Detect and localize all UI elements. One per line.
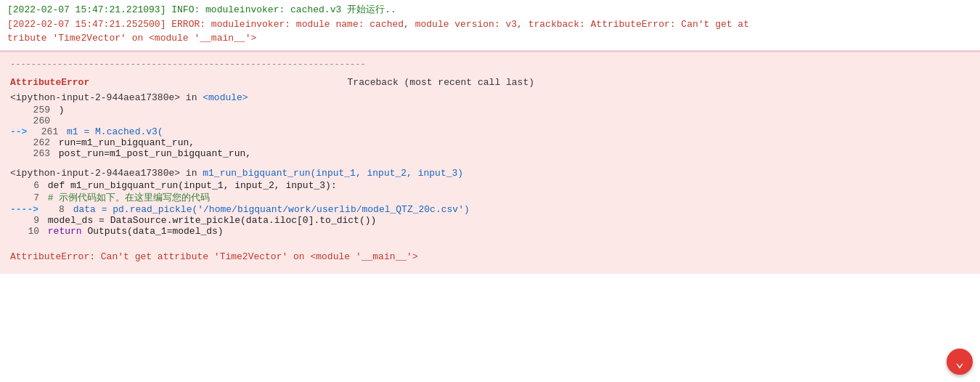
cell-ref-2-row: <ipython-input-2-944aea17380e> in m1_run… (10, 168, 970, 179)
chevron-down-icon: ⌄ (955, 353, 964, 371)
code-line-262: 262 run=m1_run_bigquant_run, (10, 137, 970, 148)
info-log-line: [2022-02-07 15:47:21.221093] INFO: modul… (7, 3, 973, 17)
code-line-10: 10 return Outputs(data_1=model_ds) (10, 226, 970, 237)
code-block-2: 6 def m1_run_bigquant_run(input_1, input… (10, 180, 970, 237)
error-log-line-1: [2022-02-07 15:47:21.252500] ERROR: modu… (7, 17, 973, 32)
code-block-1: 259 ) 260 --> 261 m1 = M.cached.v3( 262 … (10, 105, 970, 159)
scroll-bottom-button[interactable]: ⌄ (947, 349, 973, 375)
in-label-1: in (180, 92, 203, 103)
code-line-6: 6 def m1_run_bigquant_run(input_1, input… (10, 180, 970, 191)
code-line-260: 260 (10, 115, 970, 126)
divider-line: ----------------------------------------… (10, 60, 970, 70)
code-line-263: 263 post_run=m1_post_run_bigquant_run, (10, 148, 970, 159)
module-link[interactable]: <module> (203, 92, 248, 103)
code-line-8: ----> 8 data = pd.read_pickle('/home/big… (10, 204, 970, 215)
function-link[interactable]: m1_run_bigquant_run(input_1, input_2, in… (203, 168, 463, 179)
bottom-error-message: AttributeError: Can't get attribute 'Tim… (10, 251, 970, 262)
in-label-2: in (180, 168, 203, 179)
cell-ref-1: <ipython-input-2-944aea17380e> (10, 92, 180, 103)
traceback-label: Traceback (most recent call last) (348, 77, 534, 88)
code-line-261: --> 261 m1 = M.cached.v3( (10, 126, 970, 137)
cell-ref-1-row: <ipython-input-2-944aea17380e> in <modul… (10, 92, 970, 103)
code-line-9: 9 model_ds = DataSource.write_pickle(dat… (10, 215, 970, 226)
top-log-area: [2022-02-07 15:47:21.221093] INFO: modul… (0, 0, 980, 51)
error-type-label: AttributeError (10, 77, 89, 88)
code-line-259: 259 ) (10, 105, 970, 115)
code-line-7: 7 # 示例代码如下。在这里编写您的代码 (10, 191, 970, 204)
error-panel: ----------------------------------------… (0, 51, 980, 274)
error-log-line-2: tribute 'Time2Vector' on <module '__main… (7, 31, 973, 46)
cell-ref-2: <ipython-input-2-944aea17380e> (10, 168, 180, 179)
